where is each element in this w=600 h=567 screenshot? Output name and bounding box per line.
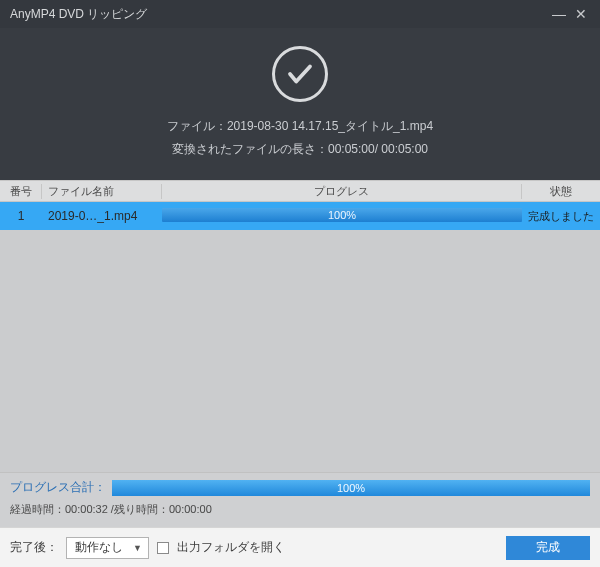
after-label: 完了後： bbox=[10, 539, 58, 556]
length-label: 変換されたファイルの長さ： bbox=[172, 142, 328, 156]
length-line: 変換されたファイルの長さ：00:05:00/ 00:05:00 bbox=[10, 141, 590, 158]
table-row[interactable]: 1 2019-0…_1.mp4 100% 完成しました bbox=[0, 202, 600, 230]
window: AnyMP4 DVD リッピング — ✕ ファイル：2019-08-30 14.… bbox=[0, 0, 600, 567]
total-progress-bar: 100% bbox=[112, 480, 590, 496]
cell-name: 2019-0…_1.mp4 bbox=[42, 209, 162, 223]
time-line: 経過時間：00:00:32 /残り時間：00:00:00 bbox=[10, 502, 590, 517]
col-header-name: ファイル名前 bbox=[42, 184, 162, 199]
minimize-button[interactable]: — bbox=[548, 6, 570, 22]
length-value: 00:05:00/ 00:05:00 bbox=[328, 142, 428, 156]
chevron-down-icon: ▼ bbox=[133, 543, 142, 553]
col-header-num: 番号 bbox=[0, 184, 42, 199]
hero-panel: ファイル：2019-08-30 14.17.15_タイトル_1.mp4 変換され… bbox=[0, 28, 600, 180]
cell-num: 1 bbox=[0, 209, 42, 223]
done-button[interactable]: 完成 bbox=[506, 536, 590, 560]
window-title: AnyMP4 DVD リッピング bbox=[10, 6, 548, 23]
file-line: ファイル：2019-08-30 14.17.15_タイトル_1.mp4 bbox=[10, 118, 590, 135]
table-body: 1 2019-0…_1.mp4 100% 完成しました bbox=[0, 202, 600, 472]
total-row: プログレス合計： 100% bbox=[10, 479, 590, 496]
file-label: ファイル： bbox=[167, 119, 227, 133]
open-folder-checkbox[interactable] bbox=[157, 542, 169, 554]
total-area: プログレス合計： 100% 経過時間：00:00:32 /残り時間：00:00:… bbox=[0, 472, 600, 527]
close-button[interactable]: ✕ bbox=[570, 6, 592, 22]
total-label: プログレス合計： bbox=[10, 479, 106, 496]
table-header: 番号 ファイル名前 プログレス 状態 bbox=[0, 180, 600, 202]
total-bar-wrap: 100% bbox=[112, 480, 590, 496]
row-progress-percent: 100% bbox=[162, 208, 522, 222]
open-folder-label: 出力フォルダを開く bbox=[177, 539, 285, 556]
success-check-icon bbox=[272, 46, 328, 102]
total-progress-percent: 100% bbox=[112, 480, 590, 496]
footer: 完了後： 動作なし ▼ 出力フォルダを開く 完成 bbox=[0, 527, 600, 567]
col-header-progress: プログレス bbox=[162, 184, 522, 199]
cell-status: 完成しました bbox=[522, 209, 600, 224]
titlebar: AnyMP4 DVD リッピング — ✕ bbox=[0, 0, 600, 28]
row-progress-bar: 100% bbox=[162, 208, 522, 222]
cell-progress: 100% bbox=[162, 208, 522, 224]
file-name: 2019-08-30 14.17.15_タイトル_1.mp4 bbox=[227, 119, 433, 133]
after-action-select[interactable]: 動作なし ▼ bbox=[66, 537, 149, 559]
col-header-status: 状態 bbox=[522, 184, 600, 199]
after-action-value: 動作なし bbox=[75, 539, 123, 556]
